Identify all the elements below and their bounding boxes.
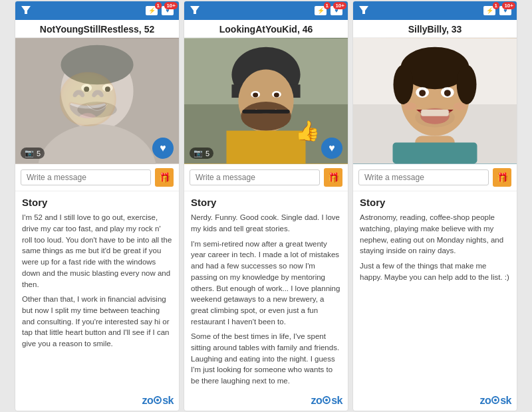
notification-icon-1[interactable]: ⚡ 1 bbox=[146, 6, 158, 15]
gift-button-1[interactable]: 🎁 bbox=[155, 168, 174, 187]
brand-3: zosk bbox=[353, 392, 517, 411]
svg-marker-25 bbox=[359, 6, 368, 14]
svg-text:👍: 👍 bbox=[295, 119, 321, 143]
filter-icon-2[interactable] bbox=[190, 5, 200, 17]
story-section-2: Story Nerdy. Funny. Good cook. Single da… bbox=[184, 191, 348, 391]
zoosk-logo-2: zosk bbox=[311, 395, 342, 406]
topbar-2: ⚡ 1 ♥ 10+ bbox=[184, 1, 348, 20]
badge-count-2b: 10+ bbox=[333, 2, 346, 9]
svg-point-32 bbox=[394, 65, 414, 105]
message-input-2[interactable] bbox=[190, 169, 320, 185]
story-section-3: Story Astronomy, reading, coffee-shop pe… bbox=[353, 191, 517, 391]
story-title-1: Story bbox=[22, 197, 172, 208]
profile-card-1: ⚡ 1 ♥ 10+ NotYoungStillRestless, 52 bbox=[15, 1, 180, 411]
matches-icon-2[interactable]: ♥ 10+ bbox=[331, 6, 342, 15]
svg-rect-29 bbox=[393, 143, 477, 164]
badge-count-1a: 1 bbox=[155, 2, 162, 9]
story-title-3: Story bbox=[360, 197, 510, 208]
zoosk-logo-1: zosk bbox=[142, 395, 174, 406]
story-title-2: Story bbox=[191, 197, 341, 208]
svg-point-37 bbox=[444, 90, 451, 97]
profile-photo-2: 👍 📷 5 ♥ bbox=[184, 38, 348, 164]
gift-button-2[interactable]: 🎁 bbox=[324, 168, 342, 187]
matches-icon-1[interactable]: ♥ 10+ bbox=[162, 6, 174, 15]
photo-count-1: 📷 5 bbox=[21, 148, 45, 159]
filter-icon-3[interactable] bbox=[358, 5, 369, 17]
profile-name-3: SillyBilly, 33 bbox=[353, 20, 517, 38]
topbar-3: ⚡ 1 ♥ 10+ bbox=[353, 1, 517, 20]
filter-icon-1[interactable] bbox=[21, 5, 31, 17]
svg-point-41 bbox=[454, 102, 467, 110]
svg-point-40 bbox=[403, 102, 416, 110]
svg-marker-11 bbox=[190, 6, 200, 14]
matches-icon-3[interactable]: ♥ 10+ bbox=[499, 6, 511, 15]
profile-photo-1: 😄 📷 5 ♥ bbox=[15, 38, 179, 164]
photo-count-2: 📷 5 bbox=[190, 148, 213, 159]
message-input-3[interactable] bbox=[358, 169, 489, 185]
svg-rect-22 bbox=[226, 131, 305, 164]
message-input-1[interactable] bbox=[21, 169, 151, 185]
brand-2: zosk bbox=[184, 392, 348, 411]
gift-button-3[interactable]: 🎁 bbox=[493, 168, 511, 187]
svg-point-21 bbox=[274, 93, 279, 98]
story-text-3: Astronomy, reading, coffee-shop people w… bbox=[360, 212, 510, 282]
story-text-2: Nerdy. Funny. Good cook. Single dad. I l… bbox=[191, 212, 341, 386]
topbar-icons-1: ⚡ 1 ♥ 10+ bbox=[146, 6, 174, 15]
profile-card-2: ⚡ 1 ♥ 10+ LookingAtYouKid, 46 bbox=[184, 1, 348, 411]
badge-count-3a: 1 bbox=[493, 2, 499, 9]
profile-name-1: NotYoungStillRestless, 52 bbox=[15, 20, 179, 38]
cards-container: ⚡ 1 ♥ 10+ NotYoungStillRestless, 52 bbox=[9, 0, 523, 412]
message-row-1: 🎁 bbox=[15, 164, 179, 191]
profile-card-3: ⚡ 1 ♥ 10+ SillyBilly, 33 bbox=[352, 1, 517, 411]
topbar-icons-2: ⚡ 1 ♥ 10+ bbox=[315, 6, 342, 15]
svg-point-42 bbox=[415, 108, 455, 128]
svg-point-17 bbox=[241, 102, 291, 131]
story-section-1: Story I'm 52 and I still love to go out,… bbox=[15, 191, 179, 391]
notification-icon-3[interactable]: ⚡ 1 bbox=[483, 6, 495, 15]
story-text-1: I'm 52 and I still love to go out, exerc… bbox=[22, 212, 172, 349]
zoosk-logo-3: zosk bbox=[479, 395, 511, 406]
badge-count-3b: 10+ bbox=[502, 2, 515, 9]
svg-marker-0 bbox=[21, 6, 31, 14]
notification-icon-2[interactable]: ⚡ 1 bbox=[315, 6, 327, 15]
topbar-1: ⚡ 1 ♥ 10+ bbox=[15, 1, 179, 20]
message-row-3: 🎁 bbox=[353, 164, 517, 191]
topbar-icons-3: ⚡ 1 ♥ 10+ bbox=[483, 6, 511, 15]
badge-count-2a: 1 bbox=[324, 2, 331, 9]
svg-point-33 bbox=[457, 65, 477, 105]
svg-text:😄: 😄 bbox=[55, 68, 122, 131]
brand-1: zosk bbox=[15, 392, 179, 411]
profile-name-2: LookingAtYouKid, 46 bbox=[184, 20, 348, 38]
svg-rect-23 bbox=[242, 110, 289, 114]
svg-point-36 bbox=[419, 90, 426, 97]
profile-photo-3 bbox=[353, 38, 517, 164]
badge-count-1b: 10+ bbox=[164, 2, 178, 9]
message-row-2: 🎁 bbox=[184, 164, 348, 191]
svg-point-20 bbox=[253, 93, 258, 98]
